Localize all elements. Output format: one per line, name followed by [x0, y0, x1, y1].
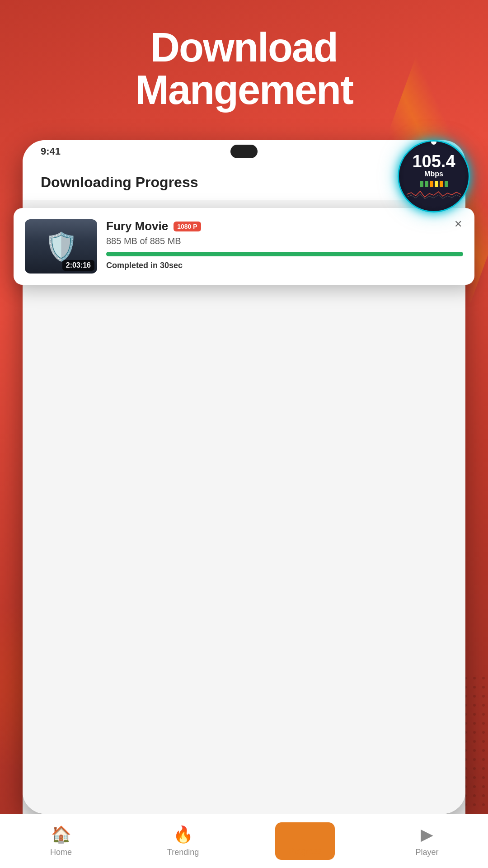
bottom-navigation: 🏠 Home 🔥 Trending ⬇ Progress ▶ Player	[0, 814, 488, 868]
speed-waveform	[407, 189, 461, 200]
trending-label: Trending	[167, 848, 199, 857]
progress-icon: ⬇	[298, 826, 312, 845]
speed-bar-6	[445, 181, 448, 187]
fury-duration: 2:03:16	[62, 260, 94, 271]
speed-value: 105.4	[412, 153, 455, 170]
trending-icon: 🔥	[173, 825, 193, 844]
home-icon: 🏠	[51, 825, 71, 844]
page-title-line2: Mangement	[18, 68, 470, 113]
fury-thumbnail: 🛡️ 2:03:16	[25, 219, 97, 274]
fury-card: 🛡️ 2:03:16 Fury Movie 1080 P 885 MB of 8…	[14, 208, 474, 285]
phone-time: 9:41	[41, 146, 61, 157]
fury-close-button[interactable]: ✕	[450, 216, 466, 232]
nav-player[interactable]: ▶ Player	[366, 825, 488, 857]
fury-title: Fury Movie	[106, 219, 168, 233]
nav-home[interactable]: 🏠 Home	[0, 825, 122, 857]
fury-progress-bar	[106, 252, 463, 256]
phone-notch	[230, 145, 258, 158]
speed-bar-4	[435, 181, 438, 187]
home-label: Home	[50, 848, 72, 857]
speed-bar-3	[430, 181, 433, 187]
page-title-line1: Download	[18, 27, 470, 68]
fury-size: 885 MB of 885 MB	[106, 236, 463, 246]
speed-bar-2	[425, 181, 428, 187]
speed-unit: Mbps	[424, 170, 443, 178]
fury-quality-badge: 1080 P	[174, 222, 201, 231]
player-icon: ▶	[421, 825, 433, 844]
fury-status: Completed in 30sec	[106, 261, 463, 270]
speed-meter: 105.4 Mbps	[398, 140, 470, 212]
nav-trending[interactable]: 🔥 Trending	[122, 825, 244, 857]
progress-label: Progress	[289, 847, 321, 856]
fury-knight-icon: 🛡️	[44, 231, 78, 263]
nav-progress[interactable]: ⬇ Progress	[244, 822, 366, 860]
speed-bar-5	[440, 181, 443, 187]
player-label: Player	[415, 848, 438, 857]
downloading-title: Downloading Progress	[41, 174, 447, 191]
speed-bar-1	[420, 181, 423, 187]
